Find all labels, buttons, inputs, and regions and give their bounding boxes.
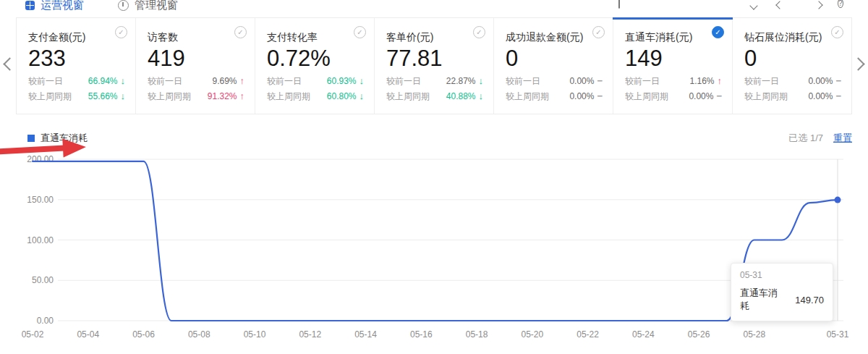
chart-tooltip: 05-31 直通车消耗 149.70 [731, 263, 833, 321]
svg-text:05-24: 05-24 [632, 329, 655, 340]
svg-text:05-14: 05-14 [354, 329, 377, 340]
svg-text:05-20: 05-20 [521, 329, 543, 340]
svg-text:50.00: 50.00 [32, 275, 54, 285]
svg-text:05-31: 05-31 [827, 329, 849, 340]
red-arrow-body [0, 145, 64, 154]
svg-text:05-26: 05-26 [688, 329, 710, 340]
svg-text:05-18: 05-18 [466, 329, 488, 340]
svg-text:05-22: 05-22 [576, 329, 599, 340]
svg-text:0.00: 0.00 [37, 316, 54, 326]
svg-text:05-12: 05-12 [299, 329, 321, 340]
tooltip-series-name: 直通车消耗 [740, 287, 783, 313]
svg-text:05-02: 05-02 [22, 329, 44, 340]
tooltip-value: 149.70 [783, 295, 824, 305]
red-arrow-head [62, 138, 86, 158]
svg-text:05-10: 05-10 [244, 329, 266, 340]
svg-text:05-28: 05-28 [744, 329, 766, 340]
business-advisor-dashboard: 运营视窗 管理视窗 ? ✓ 支付金额(元) 233 较前一日 66.94%↓ 较… [0, 0, 868, 354]
svg-text:05-04: 05-04 [77, 329, 99, 340]
svg-text:100.00: 100.00 [27, 235, 54, 245]
tooltip-date: 05-31 [740, 270, 824, 280]
svg-text:150.00: 150.00 [27, 195, 54, 205]
svg-text:05-16: 05-16 [410, 329, 433, 340]
svg-text:05-08: 05-08 [188, 329, 210, 340]
svg-text:05-06: 05-06 [132, 329, 155, 340]
